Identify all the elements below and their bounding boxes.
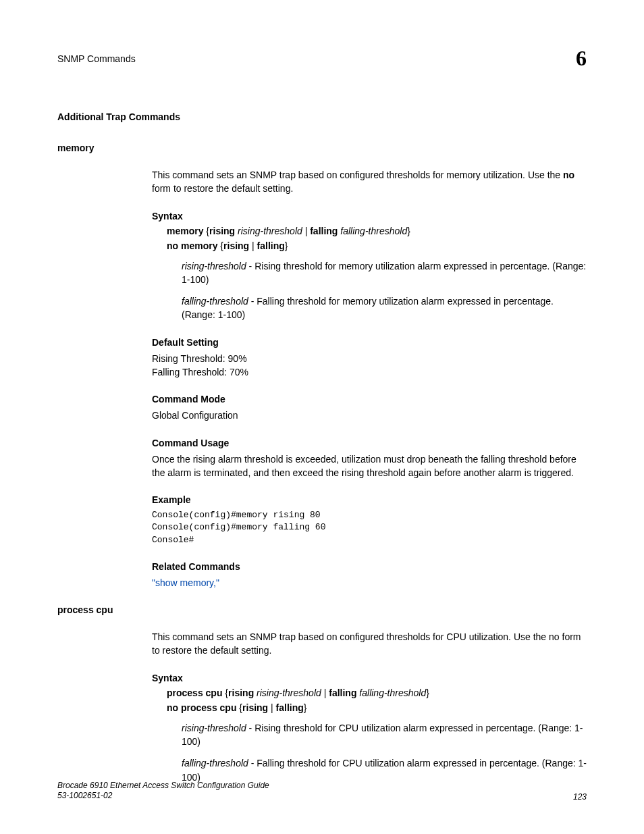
command-mode-block: Command Mode Global Configuration	[152, 394, 587, 422]
kw-rising: rising	[209, 226, 235, 236]
kw-falling: falling	[276, 702, 304, 713]
page-number: 123	[573, 792, 587, 802]
desc-text: This command sets an SNMP trap based on …	[152, 170, 563, 180]
header-title: SNMP Commands	[57, 53, 136, 64]
page-footer: Brocade 6910 Ethernet Access Switch Conf…	[57, 781, 587, 802]
param-falling-cpu: falling-threshold - Falling threshold fo…	[182, 756, 587, 784]
arg-falling: falling-threshold	[356, 687, 426, 698]
no-syntax-line-cpu: no process cpu {rising | falling}	[167, 702, 587, 713]
brace: {	[236, 702, 242, 713]
arg-rising: rising-threshold	[235, 226, 302, 236]
kw-falling: falling	[329, 687, 356, 698]
param-rising-memory: rising-threshold - Rising threshold for …	[182, 259, 587, 287]
section-subtitle: Additional Trap Commands	[57, 111, 587, 122]
brace: {	[203, 226, 209, 236]
arg-falling: falling-threshold	[338, 226, 407, 236]
kw-falling: falling	[257, 240, 285, 251]
brace: {	[217, 240, 223, 251]
usage-text: Once the rising alarm threshold is excee…	[152, 452, 587, 480]
kw-rising: rising	[223, 240, 249, 251]
pipe: |	[302, 226, 310, 236]
desc-text-post: form to restore the default setting.	[152, 183, 293, 194]
param-falling-memory: falling-threshold - Falling threshold fo…	[182, 294, 587, 322]
arg-rising: rising-threshold	[254, 687, 321, 698]
usage-heading: Command Usage	[152, 438, 587, 448]
param-name: rising-threshold	[182, 723, 246, 733]
page-header: SNMP Commands 6	[57, 46, 587, 71]
kw-rising: rising	[228, 687, 254, 698]
brace-close: }	[304, 702, 307, 713]
syntax-heading-cpu: Syntax	[152, 673, 587, 683]
mode-text: Global Configuration	[152, 409, 587, 422]
command-name-process-cpu: process cpu	[57, 604, 587, 615]
brace: {	[222, 687, 228, 698]
memory-content: This command sets an SNMP trap based on …	[152, 168, 587, 590]
no-cmd: no memory	[167, 240, 217, 251]
pipe: |	[268, 702, 275, 713]
syntax-heading: Syntax	[152, 211, 587, 221]
desc-bold-no: no	[563, 170, 574, 180]
no-cmd: no process cpu	[167, 702, 236, 713]
syntax-line-cpu: process cpu {rising rising-threshold | f…	[167, 687, 587, 698]
example-heading: Example	[152, 494, 587, 505]
default-rising: Rising Threshold: 90%	[152, 352, 587, 365]
syntax-cmd: process cpu	[167, 687, 222, 698]
chapter-number: 6	[576, 46, 587, 71]
footer-guide: Brocade 6910 Ethernet Access Switch Conf…	[57, 781, 269, 791]
brace-close: }	[407, 226, 410, 236]
kw-rising: rising	[242, 702, 268, 713]
param-name: falling-threshold	[182, 296, 248, 307]
mode-heading: Command Mode	[152, 394, 587, 405]
related-heading: Related Commands	[152, 561, 587, 572]
memory-description: This command sets an SNMP trap based on …	[152, 168, 587, 196]
footer-partnum: 53-1002651-02	[57, 791, 269, 802]
pipe: |	[321, 687, 329, 698]
related-commands-block: Related Commands "show memory,"	[152, 561, 587, 590]
cpu-content: This command sets an SNMP trap based on …	[152, 630, 587, 784]
footer-left: Brocade 6910 Ethernet Access Switch Conf…	[57, 781, 269, 802]
command-usage-block: Command Usage Once the rising alarm thre…	[152, 438, 587, 480]
example-code: Console(config)#memory rising 80 Console…	[152, 509, 587, 546]
kw-falling: falling	[310, 226, 338, 236]
param-rising-cpu: rising-threshold - Rising threshold for …	[182, 721, 587, 749]
default-setting-block: Default Setting Rising Threshold: 90% Fa…	[152, 337, 587, 380]
command-name-memory: memory	[57, 142, 587, 153]
cpu-description: This command sets an SNMP trap based on …	[152, 630, 587, 658]
param-name: rising-threshold	[182, 261, 246, 271]
param-name: falling-threshold	[182, 758, 248, 768]
default-falling: Falling Threshold: 70%	[152, 365, 587, 379]
syntax-line-memory: memory {rising rising-threshold | fallin…	[167, 226, 587, 236]
brace-close: }	[285, 240, 288, 251]
related-link-show-memory[interactable]: "show memory,"	[152, 576, 587, 590]
brace-close: }	[426, 687, 429, 698]
syntax-cmd: memory	[167, 226, 203, 236]
pipe: |	[249, 240, 257, 251]
no-syntax-line-memory: no memory {rising | falling}	[167, 240, 587, 251]
default-heading: Default Setting	[152, 337, 587, 348]
